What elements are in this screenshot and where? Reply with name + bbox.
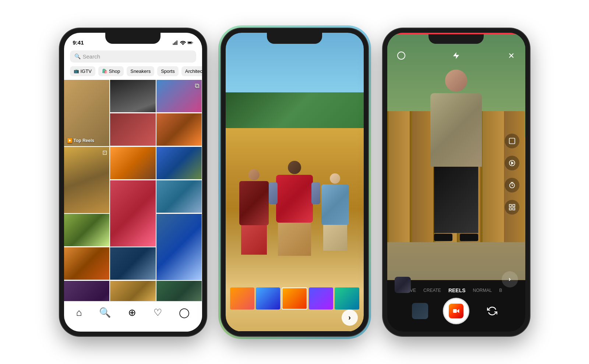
svg-marker-7 xyxy=(453,52,459,59)
svg-rect-5 xyxy=(188,42,191,43)
mode-reels[interactable]: REELS xyxy=(448,287,466,293)
tab-shop[interactable]: 🛍️ Shop xyxy=(98,66,124,76)
camera-controls xyxy=(412,298,500,324)
dancer-center xyxy=(272,161,317,256)
gallery-area xyxy=(395,277,411,293)
top-center-controls xyxy=(449,49,463,62)
next-chevron-area: › xyxy=(502,271,518,287)
nav-heart-icon[interactable]: ♡ xyxy=(154,307,162,318)
svg-rect-10 xyxy=(509,138,515,144)
timer-icon xyxy=(508,137,516,145)
svg-rect-15 xyxy=(512,204,515,206)
svg-point-6 xyxy=(398,52,405,59)
grid-cell-6[interactable]: ⊡ xyxy=(64,147,110,213)
video-icon: ⊡ xyxy=(102,149,107,156)
nav-search-icon[interactable]: 🔍 xyxy=(99,307,111,318)
notch-2 xyxy=(267,33,322,44)
grid-cell-5[interactable] xyxy=(156,113,202,146)
dancer-left xyxy=(236,169,272,255)
close-icon xyxy=(507,52,515,60)
shutter-inner xyxy=(446,301,466,321)
nav-profile-icon[interactable]: ◯ xyxy=(179,307,190,318)
svg-marker-12 xyxy=(511,162,513,164)
record-video-icon xyxy=(452,307,460,315)
grid-cell-1[interactable]: ▶️ Top Reels xyxy=(64,80,110,146)
top-reels-label: ▶️ Top Reels xyxy=(67,138,94,143)
tab-igtv[interactable]: 📺 IGTV xyxy=(70,66,95,76)
timer-tool[interactable] xyxy=(505,134,519,148)
phone-reels-wrapper: › xyxy=(221,28,368,336)
svg-rect-3 xyxy=(176,40,177,45)
search-input[interactable]: Search xyxy=(83,53,100,60)
next-arrow-icon: › xyxy=(348,313,351,322)
layout-icon xyxy=(508,204,516,211)
grid-cell-12[interactable] xyxy=(156,214,202,280)
shop-icon: 🛍️ xyxy=(102,68,107,74)
gallery-thumbnail[interactable] xyxy=(395,277,411,293)
reels-next-button[interactable]: › xyxy=(342,310,358,326)
phone-explore: 9:41 🔍 Search 📺 IGTV 🛍️ xyxy=(60,28,207,336)
camera-circle-button[interactable] xyxy=(395,49,408,62)
close-button[interactable] xyxy=(505,49,518,62)
countdown-tool[interactable] xyxy=(505,178,519,192)
sneakers-label: Sneakers xyxy=(130,68,151,74)
mode-ve[interactable]: VE xyxy=(410,288,416,293)
grid-cell-3[interactable]: ⧉ xyxy=(156,80,202,112)
flip-camera-button[interactable] xyxy=(484,303,500,319)
chevron-right-button[interactable]: › xyxy=(502,271,518,287)
phone-camera: › VE CREATE REELS NORMAL B xyxy=(383,28,530,336)
svg-rect-16 xyxy=(509,208,511,210)
search-bar[interactable]: 🔍 Search xyxy=(70,50,196,63)
grid-cell-14[interactable] xyxy=(110,247,156,280)
svg-rect-18 xyxy=(453,309,457,313)
architecture-label: Architect xyxy=(185,68,202,74)
camera-top-bar xyxy=(387,49,525,62)
grid-cell-13[interactable] xyxy=(64,247,110,280)
multi-icon: ⧉ xyxy=(195,82,200,90)
shutter-button[interactable] xyxy=(443,298,469,324)
svg-rect-14 xyxy=(509,204,511,206)
shoe-right xyxy=(460,234,478,241)
dancer-right xyxy=(317,173,353,251)
wifi-icon xyxy=(180,40,186,46)
person-body xyxy=(430,93,482,167)
grid-cell-7[interactable] xyxy=(110,147,156,179)
tab-sneakers[interactable]: Sneakers xyxy=(127,66,154,76)
circle-icon xyxy=(397,51,406,60)
notch xyxy=(105,33,161,44)
grid-cell-2[interactable] xyxy=(110,80,156,112)
reels-record-icon xyxy=(449,304,463,318)
grid-cell-9[interactable] xyxy=(110,180,156,247)
igtv-label: IGTV xyxy=(81,68,92,74)
reels-icon: ▶️ xyxy=(67,138,73,143)
shop-label: Shop xyxy=(109,68,120,74)
camera-person xyxy=(412,70,500,261)
flip-icon xyxy=(487,306,497,316)
flash-button[interactable] xyxy=(449,49,463,62)
nav-add-icon[interactable]: ⊕ xyxy=(128,307,136,318)
grid-cell-10[interactable] xyxy=(156,180,202,213)
grid-cell-11[interactable] xyxy=(64,214,110,246)
flash-icon xyxy=(452,52,460,60)
mode-b[interactable]: B xyxy=(499,288,502,293)
sports-label: Sports xyxy=(161,68,175,74)
layout-tool[interactable] xyxy=(505,200,519,215)
shoe-left xyxy=(434,234,452,241)
bottom-nav: ⌂ 🔍 ⊕ ♡ ◯ xyxy=(64,301,202,332)
battery-icon xyxy=(187,40,193,46)
speed-icon xyxy=(508,159,516,167)
status-icons xyxy=(173,40,193,46)
gallery-small-thumb[interactable] xyxy=(412,303,428,319)
mode-create[interactable]: CREATE xyxy=(423,288,441,293)
tab-architecture[interactable]: Architect xyxy=(181,66,202,76)
nav-home-icon[interactable]: ⌂ xyxy=(76,307,82,318)
tab-sports[interactable]: Sports xyxy=(157,66,179,76)
speed-tool[interactable] xyxy=(505,156,519,170)
svg-rect-0 xyxy=(173,43,173,45)
grid-cell-4[interactable] xyxy=(110,113,156,146)
mode-normal[interactable]: NORMAL xyxy=(473,288,492,293)
igtv-icon: 📺 xyxy=(74,68,79,74)
camera-modes: VE CREATE REELS NORMAL B xyxy=(410,287,502,293)
person-pants xyxy=(434,167,478,233)
grid-cell-8[interactable] xyxy=(156,147,202,179)
